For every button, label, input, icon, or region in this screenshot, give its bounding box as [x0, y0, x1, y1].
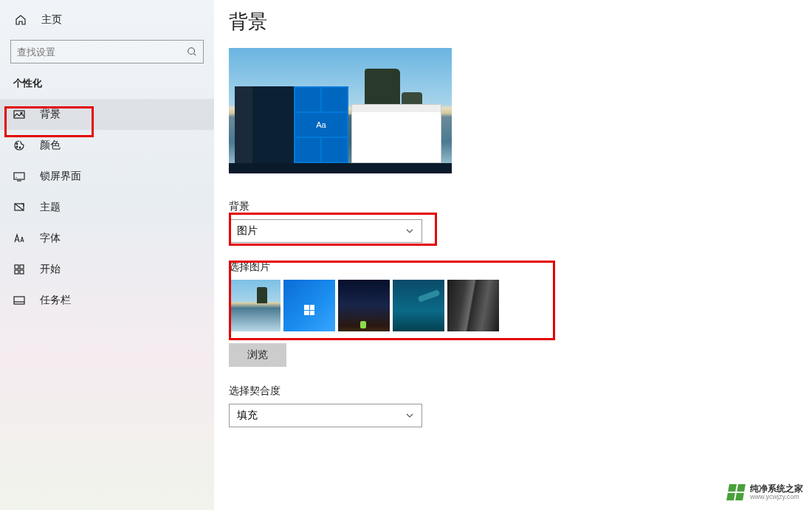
fit-dropdown[interactable]: 填充: [229, 404, 422, 427]
preview-sample-text: Aa: [295, 113, 347, 137]
home-icon: [15, 14, 27, 26]
search-icon: [187, 46, 197, 57]
image-thumbnails: [229, 280, 812, 331]
svg-point-3: [21, 112, 22, 114]
picture-icon: [13, 108, 25, 120]
svg-rect-14: [20, 270, 24, 274]
sidebar-item-start[interactable]: 开始: [0, 254, 214, 285]
sidebar-item-label: 颜色: [40, 139, 61, 152]
search-input[interactable]: [17, 46, 187, 58]
sidebar-item-themes[interactable]: 主题: [0, 192, 214, 223]
choose-image-label: 选择图片: [229, 261, 812, 274]
chevron-down-icon: [405, 411, 414, 420]
sidebar: 主页 个性化 背景: [0, 0, 214, 510]
lockscreen-icon: [13, 170, 25, 182]
background-type-dropdown[interactable]: 图片: [229, 219, 422, 243]
search-input-container[interactable]: [10, 40, 204, 63]
svg-rect-11: [15, 265, 18, 269]
watermark-url: www.ycwjzy.com: [750, 494, 803, 501]
start-icon: [13, 263, 25, 275]
svg-point-5: [16, 146, 18, 148]
watermark-logo-icon: [726, 484, 746, 500]
browse-button[interactable]: 浏览: [229, 343, 286, 367]
svg-rect-13: [15, 270, 18, 274]
thumbnail-1[interactable]: [229, 280, 281, 331]
theme-icon: [13, 201, 25, 213]
sidebar-item-label: 主题: [40, 201, 61, 214]
home-link[interactable]: 主页: [0, 7, 214, 32]
svg-point-4: [16, 143, 18, 145]
sidebar-item-label: 锁屏界面: [40, 170, 81, 183]
svg-rect-7: [14, 173, 24, 179]
sidebar-item-colors[interactable]: 颜色: [0, 130, 214, 161]
sidebar-item-lockscreen[interactable]: 锁屏界面: [0, 161, 214, 192]
sidebar-item-label: 背景: [40, 108, 61, 121]
chevron-down-icon: [405, 227, 414, 235]
sidebar-item-label: 任务栏: [40, 294, 71, 307]
home-label: 主页: [41, 13, 62, 27]
background-section-label: 背景: [229, 200, 812, 213]
svg-line-1: [194, 54, 196, 56]
page-title: 背景: [229, 9, 812, 35]
svg-point-6: [19, 147, 21, 148]
desktop-preview: Aa: [229, 48, 452, 173]
svg-rect-12: [20, 265, 24, 269]
thumbnail-3[interactable]: [338, 280, 390, 331]
sidebar-item-label: 开始: [40, 263, 61, 276]
sidebar-item-background[interactable]: 背景: [0, 99, 214, 130]
fit-section-label: 选择契合度: [229, 385, 812, 398]
thumbnail-5[interactable]: [447, 280, 499, 331]
watermark: 纯净系统之家 www.ycwjzy.com: [728, 484, 803, 501]
dropdown-value: 图片: [237, 224, 258, 238]
palette-icon: [13, 139, 25, 151]
category-header: 个性化: [0, 77, 214, 99]
main-content: 背景 Aa 背景 图片 选择图片: [214, 0, 812, 510]
taskbar-icon: [13, 294, 25, 306]
svg-rect-15: [14, 297, 24, 304]
svg-rect-2: [14, 111, 24, 118]
thumbnail-2[interactable]: [283, 280, 335, 331]
svg-point-0: [188, 48, 195, 55]
sidebar-item-label: 字体: [40, 232, 61, 245]
font-icon: [13, 232, 25, 244]
sidebar-item-taskbar[interactable]: 任务栏: [0, 285, 214, 316]
sidebar-item-fonts[interactable]: 字体: [0, 223, 214, 254]
dropdown-value: 填充: [237, 409, 258, 422]
thumbnail-4[interactable]: [393, 280, 444, 331]
